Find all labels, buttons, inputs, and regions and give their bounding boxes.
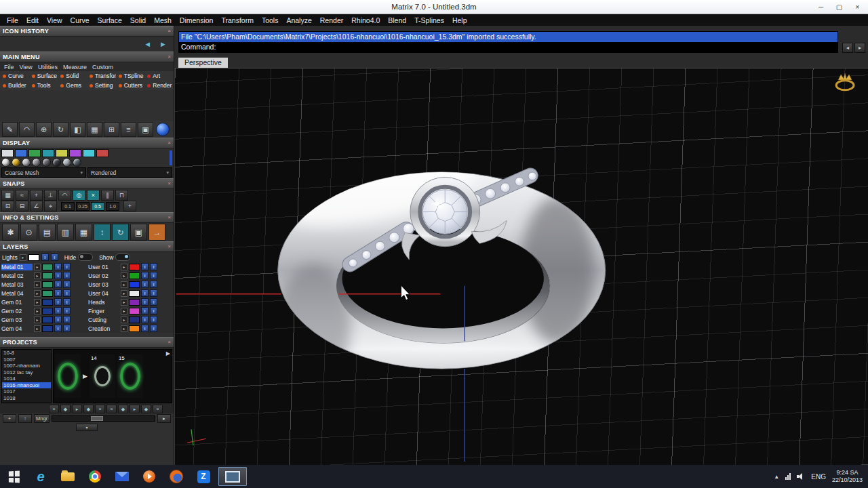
pencil-icon[interactable]: ✎ <box>2 122 18 137</box>
layer-name[interactable]: User 04 <box>88 290 119 297</box>
grid-icon[interactable]: ▦ <box>87 122 102 137</box>
layer-name[interactable]: Gem 04 <box>1 325 33 332</box>
layer-state-button[interactable] <box>54 307 62 314</box>
snap-step-value[interactable]: 0.5 <box>91 202 104 211</box>
menu-item[interactable]: Render <box>316 16 347 24</box>
document-icon[interactable]: ▦ <box>75 224 92 241</box>
gem-thumb-icon[interactable]: ◆ <box>118 405 128 413</box>
layer-expand-arrow[interactable] <box>20 254 26 261</box>
monitor-icon[interactable]: ▤ <box>39 224 56 241</box>
layer-row[interactable]: Heads <box>87 298 174 306</box>
exit-icon[interactable]: → <box>149 224 165 241</box>
project-thumbnail[interactable]: 15 <box>117 354 143 398</box>
layer-name[interactable]: User 02 <box>88 272 119 279</box>
scroll-right-icon[interactable]: ▸ <box>854 43 865 53</box>
list-icon[interactable]: ≡ <box>121 122 136 137</box>
display-mode-icon[interactable] <box>1 149 14 157</box>
project-thumbnail[interactable]: 14 <box>90 354 115 398</box>
snap-target-icon[interactable]: ⊕ <box>36 122 52 137</box>
main-menu-button[interactable]: Cutters <box>116 81 145 90</box>
layer-expand-arrow[interactable] <box>121 325 127 332</box>
refresh-icon[interactable]: ↻ <box>112 224 129 241</box>
material-sphere-icon[interactable] <box>12 158 20 167</box>
menu-item[interactable]: Blend <box>384 16 410 24</box>
main-menu-button[interactable]: Tools <box>29 81 58 90</box>
layer-row[interactable]: Gem 04 <box>0 324 87 333</box>
layer-row[interactable]: User 01 <box>87 262 174 271</box>
layer-row[interactable]: Metal 04 <box>0 289 87 298</box>
plane-icon[interactable]: ◧ <box>70 122 85 137</box>
history-forward-icon[interactable]: ► <box>159 41 167 48</box>
main-menu-tab[interactable]: Measure <box>63 64 87 70</box>
scroll-right-button[interactable] <box>157 414 171 423</box>
layer-state-button[interactable] <box>141 298 149 306</box>
layer-state-button[interactable] <box>63 325 71 332</box>
layer-row[interactable]: Metal 02 <box>0 271 87 280</box>
menu-item[interactable]: Curve <box>66 16 94 24</box>
layer-row[interactable]: User 04 <box>87 289 174 298</box>
material-sphere-icon[interactable] <box>32 158 41 167</box>
layer-expand-arrow[interactable] <box>34 325 41 332</box>
project-item[interactable]: 1016-nhancuoi <box>2 382 51 389</box>
layer-color-swatch[interactable] <box>42 272 53 279</box>
history-back-icon[interactable]: ◄ <box>144 41 151 48</box>
layer-state-button[interactable] <box>54 289 62 297</box>
layer-color-swatch[interactable] <box>42 264 53 270</box>
snap-step-value[interactable]: 1.0 <box>106 202 119 211</box>
layer-name[interactable]: Creation <box>88 325 119 332</box>
layer-state-button[interactable] <box>63 263 71 270</box>
layer-row[interactable]: Finger <box>87 306 174 315</box>
layer-state-button[interactable] <box>63 307 71 314</box>
manager-button[interactable]: Mngr <box>34 414 50 423</box>
move-up-button[interactable]: ↑ <box>18 414 32 423</box>
layer-state-button[interactable] <box>150 325 157 332</box>
material-sphere-icon[interactable] <box>62 158 71 167</box>
layer-name[interactable]: Metal 04 <box>1 290 33 297</box>
rotate-icon[interactable]: ↻ <box>53 122 68 137</box>
close-button[interactable]: × <box>848 1 867 14</box>
layer-expand-arrow[interactable] <box>34 290 41 297</box>
layer-name[interactable]: Cutting <box>88 317 119 323</box>
layer-state-button[interactable] <box>141 289 149 297</box>
notes-icon[interactable]: ▣ <box>130 224 147 241</box>
project-item[interactable]: 10-8 <box>2 350 51 357</box>
menu-item[interactable]: Rhino4.0 <box>347 16 384 24</box>
show-toggle[interactable] <box>115 253 130 261</box>
material-sphere-icon[interactable] <box>52 158 61 167</box>
display-mode-icon[interactable] <box>15 149 27 157</box>
project-item[interactable]: 1007-nhannam <box>2 363 51 369</box>
main-menu-button[interactable]: Curve <box>0 71 29 81</box>
layer-color-swatch[interactable] <box>129 281 140 288</box>
project-item[interactable]: 1014 <box>2 375 51 382</box>
command-input[interactable] <box>218 42 835 52</box>
play-thumb-icon[interactable]: ▸ <box>72 405 82 413</box>
display-mode-icon[interactable] <box>96 149 108 157</box>
language-indicator[interactable]: ENG <box>811 473 826 481</box>
material-sphere-icon[interactable] <box>22 158 31 167</box>
layer-state-button[interactable] <box>141 263 149 270</box>
layer-color-swatch[interactable] <box>42 290 53 297</box>
midpoint-snap-icon[interactable]: ⊟ <box>16 201 28 211</box>
layer-name[interactable]: Gem 03 <box>1 317 33 323</box>
layer-state-button[interactable] <box>63 289 71 297</box>
layer-color-swatch[interactable] <box>42 325 53 332</box>
layer-name[interactable]: User 03 <box>88 281 119 288</box>
layer-color-swatch[interactable] <box>42 317 53 323</box>
add-project-button[interactable]: + <box>3 414 16 423</box>
menu-item[interactable]: Tools <box>258 16 283 24</box>
collapse-panel-button[interactable] <box>76 424 98 431</box>
remove-thumb-icon[interactable]: × <box>106 405 117 413</box>
close-section-icon[interactable] <box>167 215 171 220</box>
main-menu-tab[interactable]: File <box>4 64 14 70</box>
display-mode-icon[interactable] <box>42 149 54 157</box>
layer-expand-arrow[interactable] <box>121 317 127 323</box>
display-mode-icon[interactable] <box>83 149 95 157</box>
remove-thumb-icon[interactable]: × <box>153 405 163 413</box>
layer-state-button[interactable] <box>63 316 71 323</box>
project-thumbnail[interactable] <box>55 354 81 398</box>
shade-mode-dropdown[interactable]: Rendered <box>87 167 172 178</box>
layer-expand-arrow[interactable] <box>121 264 127 270</box>
arc-icon[interactable]: ◠ <box>19 122 35 137</box>
layer-name[interactable]: User 01 <box>88 264 119 270</box>
layer-name[interactable]: Gem 01 <box>1 299 33 306</box>
